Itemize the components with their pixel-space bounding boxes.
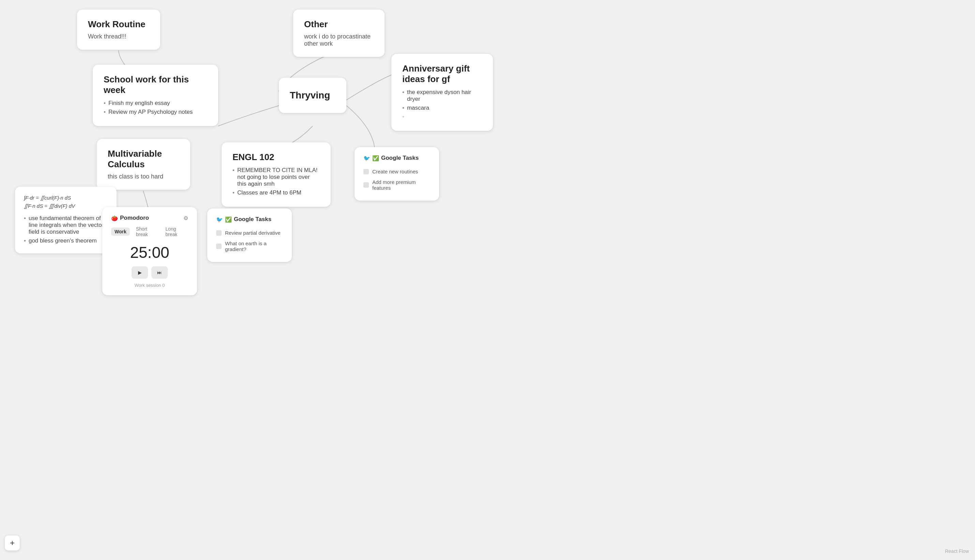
task-label: Add more premium features xyxy=(372,179,430,191)
gear-icon[interactable]: ⚙ xyxy=(183,215,188,222)
pomodoro-session: Work session 0 xyxy=(111,283,188,288)
tab-short-break[interactable]: Short break xyxy=(133,225,159,238)
list-item: Finish my english essay xyxy=(104,99,207,108)
task-checkbox[interactable] xyxy=(363,169,369,174)
react-flow-label: React Flow xyxy=(945,548,969,554)
anniversary-list: the expensive dyson hair dryer mascara xyxy=(402,88,482,121)
anniversary-node: Anniversary gift ideas for gf the expens… xyxy=(391,54,493,131)
other-title: Other xyxy=(304,19,374,30)
task-item: Create new routines xyxy=(363,166,430,177)
google-tasks-top-node: 🐦 ✅ Google Tasks Create new routines Add… xyxy=(355,147,439,201)
list-item: the expensive dyson hair dryer xyxy=(402,88,482,103)
list-item xyxy=(402,112,482,121)
engl102-title: ENGL 102 xyxy=(232,152,320,162)
anki-icon: 🐦 xyxy=(363,155,370,162)
school-work-node: School work for this week Finish my engl… xyxy=(93,65,218,126)
tasks-title: Google Tasks xyxy=(234,216,271,223)
list-item: god bless green's theorem xyxy=(24,237,108,245)
math-list: use fundamental theorem of line integral… xyxy=(24,214,108,245)
list-item: use fundamental theorem of line integral… xyxy=(24,214,108,237)
other-subtitle: work i do to procastinate other work xyxy=(304,33,374,47)
task-label: What on earth is a gradient? xyxy=(225,240,283,252)
multivariable-title: Multivariable Calculus xyxy=(108,148,179,170)
pomodoro-tabs: Work Short break Long break xyxy=(111,225,188,238)
work-routine-title: Work Routine xyxy=(88,19,149,30)
pomodoro-node: 🍅 Pomodoro ⚙ Work Short break Long break… xyxy=(102,207,197,295)
pomodoro-header: 🍅 Pomodoro ⚙ xyxy=(111,215,188,222)
task-label: Create new routines xyxy=(372,168,418,174)
task-item: What on earth is a gradient? xyxy=(216,238,283,255)
engl102-node: ENGL 102 REMEMBER TO CITE IN MLA! not go… xyxy=(222,142,331,207)
work-routine-node: Work Routine Work thread!!! xyxy=(77,10,160,50)
task-checkbox[interactable] xyxy=(216,230,222,236)
multivariable-node: Multivariable Calculus this class is too… xyxy=(97,139,190,190)
thryving-title: Thryving xyxy=(290,90,335,101)
tab-work[interactable]: Work xyxy=(111,228,130,236)
tasks-header: 🐦 ✅ Google Tasks xyxy=(363,155,430,162)
formula-2: ∬F·n dS = ∭div(F) dV xyxy=(24,203,108,209)
school-work-title: School work for this week xyxy=(104,74,207,95)
pomodoro-controls: ▶ ⏭ xyxy=(111,267,188,278)
school-work-list: Finish my english essay Review my AP Psy… xyxy=(104,99,207,117)
engl102-list: REMEMBER TO CITE IN MLA! not going to lo… xyxy=(232,166,320,197)
google-tasks-bottom-node: 🐦 ✅ Google Tasks Review partial derivati… xyxy=(207,208,292,262)
math-formulas-node: ∫F·dr = ∬curl(F)·n dS ∬F·n dS = ∭div(F) … xyxy=(15,187,117,253)
play-button[interactable]: ▶ xyxy=(132,267,148,278)
tab-long-break[interactable]: Long break xyxy=(162,225,188,238)
task-checkbox[interactable] xyxy=(363,182,369,188)
gtasks-icon: ✅ xyxy=(225,216,232,223)
list-item: Review my AP Psychology notes xyxy=(104,108,207,117)
tasks-title: Google Tasks xyxy=(381,155,419,162)
formula-1: ∫F·dr = ∬curl(F)·n dS xyxy=(24,195,108,201)
task-checkbox[interactable] xyxy=(216,243,222,249)
multivariable-subtitle: this class is too hard xyxy=(108,173,179,180)
thryving-node: Thryving xyxy=(279,78,346,113)
tasks-header: 🐦 ✅ Google Tasks xyxy=(216,216,283,223)
list-item: mascara xyxy=(402,103,482,112)
skip-button[interactable]: ⏭ xyxy=(151,267,168,278)
pomodoro-time: 25:00 xyxy=(111,243,188,262)
task-label: Review partial derivative xyxy=(225,230,281,236)
task-item: Add more premium features xyxy=(363,177,430,193)
gtasks-icon: ✅ xyxy=(372,155,379,162)
list-item: REMEMBER TO CITE IN MLA! not going to lo… xyxy=(232,166,320,188)
add-node-button[interactable]: + xyxy=(5,535,20,550)
pomodoro-icon: 🍅 xyxy=(111,215,118,222)
pomodoro-title: Pomodoro xyxy=(120,215,149,222)
other-node: Other work i do to procastinate other wo… xyxy=(293,10,385,57)
anki-icon: 🐦 xyxy=(216,216,223,223)
task-item: Review partial derivative xyxy=(216,228,283,238)
list-item: Classes are 4PM to 6PM xyxy=(232,188,320,197)
work-routine-subtitle: Work thread!!! xyxy=(88,33,149,40)
anniversary-title: Anniversary gift ideas for gf xyxy=(402,63,482,85)
